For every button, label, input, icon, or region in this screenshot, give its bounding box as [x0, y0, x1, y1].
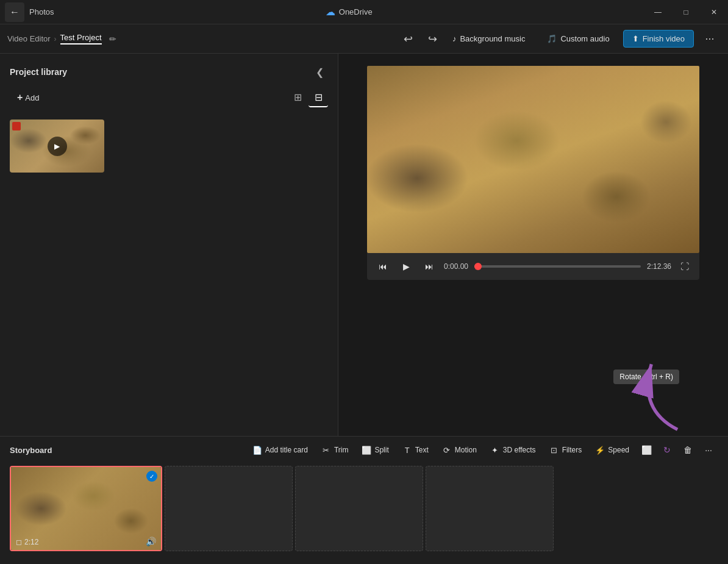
- main-content: Project library ❮ + Add ⊞ ⊟: [0, 54, 728, 564]
- split-button[interactable]: ⬜ Split: [355, 442, 394, 458]
- play-button[interactable]: ▶: [398, 258, 415, 275]
- clip-audio-indicator: 🔊: [146, 537, 156, 546]
- background-music-button[interactable]: ♪ Background music: [444, 30, 534, 47]
- title-bar-left: ← Photos: [5, 2, 54, 22]
- timeline-slot-2[interactable]: [165, 466, 293, 551]
- background-music-label: Background music: [460, 34, 525, 43]
- toolbar: Video Editor › Test Project ✏ ↩ ↪ ♪ Back…: [0, 24, 728, 54]
- toolbar-left: Video Editor › Test Project ✏: [7, 32, 398, 46]
- trim-button[interactable]: ✂ Trim: [315, 442, 355, 458]
- speed-icon: ⚡: [595, 445, 605, 455]
- onedrive-icon: ☁: [326, 6, 335, 18]
- storyboard-header: Storyboard 📄 Add title card ✂ Trim ⬜ Spl…: [0, 437, 728, 463]
- text-icon: T: [402, 445, 412, 455]
- back-icon: ←: [10, 7, 20, 18]
- pencil-icon: ✏: [109, 34, 116, 44]
- close-icon: ✕: [711, 8, 717, 16]
- undo-icon: ↩: [404, 32, 413, 46]
- split-icon: ⬜: [362, 445, 371, 455]
- collapse-panel-button[interactable]: ❮: [311, 63, 328, 80]
- clip-duration: ◻ 2:12: [16, 538, 38, 546]
- maximize-icon: □: [683, 8, 688, 16]
- rotate-button[interactable]: ↻: [657, 440, 677, 460]
- progress-bar[interactable]: [474, 265, 641, 268]
- title-card-icon: 📄: [252, 445, 262, 455]
- 3d-effects-button[interactable]: ✦ 3D effects: [484, 442, 542, 458]
- more-icon: ···: [705, 32, 714, 45]
- speed-label: Speed: [608, 446, 629, 454]
- effects-icon: ✦: [490, 445, 500, 455]
- add-title-card-button[interactable]: 📄 Add title card: [246, 442, 314, 458]
- title-bar: ← Photos ☁ OneDrive — □ ✕: [0, 0, 728, 24]
- timeline-slot-4[interactable]: [426, 466, 554, 551]
- app-title: Photos: [29, 7, 54, 16]
- trim-label: Trim: [334, 446, 349, 454]
- speed-button[interactable]: ⚡ Speed: [589, 442, 635, 458]
- timeline-slot-3[interactable]: [295, 466, 423, 551]
- delete-clip-button[interactable]: 🗑: [678, 440, 698, 460]
- current-time: 0:00.00: [444, 262, 468, 271]
- maximize-button[interactable]: □: [672, 0, 700, 24]
- redo-icon: ↪: [428, 32, 437, 46]
- filters-button[interactable]: ⊡ Filters: [543, 442, 588, 458]
- export-icon: ⬆: [632, 34, 639, 43]
- plus-icon: +: [17, 92, 23, 103]
- split-label: Split: [374, 446, 388, 454]
- crop-button[interactable]: ⬜: [637, 440, 656, 460]
- toolbar-center: ↩ ↪: [398, 28, 444, 50]
- filters-icon: ⊡: [549, 445, 559, 455]
- project-library-header: Project library ❮: [0, 54, 338, 85]
- play-overlay-icon: ▶: [48, 137, 67, 156]
- storyboard-more-button[interactable]: ···: [699, 440, 718, 460]
- video-preview: [367, 66, 699, 253]
- video-controls: ⏮ ▶ ⏭ 0:00.00 2:12.36 ⛶: [367, 253, 699, 280]
- storyboard-actions: 📄 Add title card ✂ Trim ⬜ Split T Text ⟳: [246, 440, 718, 460]
- add-title-card-label: Add title card: [265, 446, 308, 454]
- library-toolbar: + Add ⊞ ⊟: [0, 85, 338, 115]
- add-media-button[interactable]: + Add: [10, 89, 46, 106]
- add-label: Add: [25, 93, 39, 102]
- rewind-button[interactable]: ⏮: [374, 258, 391, 275]
- text-button[interactable]: T Text: [396, 442, 435, 458]
- custom-audio-label: Custom audio: [560, 34, 609, 43]
- custom-audio-button[interactable]: 🎵 Custom audio: [538, 30, 618, 47]
- list-view-button[interactable]: ⊞: [288, 88, 307, 107]
- motion-icon: ⟳: [442, 445, 452, 455]
- delete-icon: 🗑: [683, 445, 692, 455]
- onedrive-label: OneDrive: [339, 7, 373, 16]
- back-button[interactable]: ←: [5, 2, 24, 22]
- effects-label: 3D effects: [503, 446, 536, 454]
- collapse-icon: ❮: [316, 66, 324, 78]
- minimize-button[interactable]: —: [644, 0, 672, 24]
- video-badge: [12, 122, 21, 130]
- skip-forward-button[interactable]: ⏭: [421, 258, 438, 275]
- app-name-label: Photos: [29, 7, 54, 16]
- video-frame: [367, 66, 699, 253]
- storyboard-title: Storyboard: [10, 446, 52, 455]
- motion-button[interactable]: ⟳ Motion: [436, 442, 483, 458]
- breadcrumb-parent[interactable]: Video Editor: [7, 34, 51, 43]
- skip-icon: ⏭: [425, 262, 434, 271]
- redo-button[interactable]: ↪: [422, 28, 444, 50]
- fullscreen-icon: ⛶: [680, 262, 689, 271]
- rotate-icon: ↻: [663, 445, 671, 455]
- play-icon: ▶: [403, 262, 410, 271]
- timeline-clip-1[interactable]: ✓ ◻ 2:12 🔊: [10, 466, 162, 551]
- breadcrumb: Video Editor › Test Project: [7, 33, 102, 45]
- text-label: Text: [415, 446, 429, 454]
- toolbar-right: ♪ Background music 🎵 Custom audio ⬆ Fini…: [444, 28, 721, 50]
- window-controls: — □ ✕: [644, 0, 728, 24]
- fullscreen-button[interactable]: ⛶: [677, 259, 692, 274]
- edit-title-button[interactable]: ✏: [105, 32, 120, 46]
- list-view-icon: ⊞: [294, 91, 302, 103]
- audio-icon: 🎵: [547, 34, 557, 43]
- undo-button[interactable]: ↩: [398, 28, 419, 50]
- close-button[interactable]: ✕: [700, 0, 728, 24]
- media-thumbnail[interactable]: ▶: [10, 120, 104, 173]
- clip-duration-icon: ◻: [16, 538, 22, 546]
- grid-view-button[interactable]: ⊟: [309, 88, 328, 107]
- clip-selected-indicator: ✓: [146, 471, 157, 482]
- finish-video-button[interactable]: ⬆ Finish video: [623, 30, 694, 48]
- project-library-title: Project library: [10, 67, 67, 77]
- toolbar-more-button[interactable]: ···: [699, 28, 721, 50]
